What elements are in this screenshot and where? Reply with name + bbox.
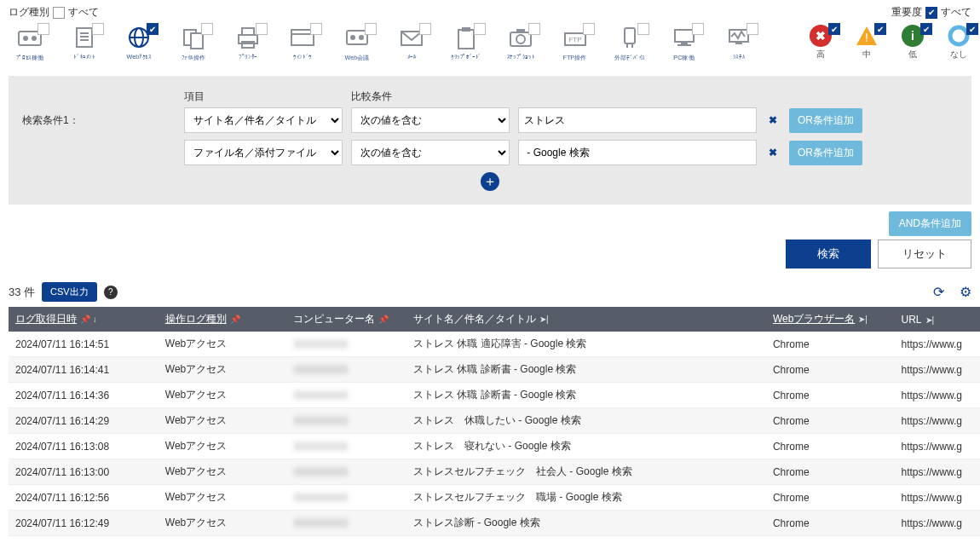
pin-sort-icon[interactable]: 📌 ↓ [80,315,97,324]
cell-url: https://www.g [895,485,980,511]
table-row[interactable]: 2024/07/11 16:14:29WebアクセスXXXXXXXXストレス 休… [9,408,980,434]
cell-type: Webアクセス [159,459,287,485]
severity-filter: 重要度 ✔ すべて ✔✖高✔!中✔i低✔なし [799,5,971,62]
search-button[interactable]: 検索 [786,240,871,268]
cell-ts: 2024/07/11 16:12:56 [9,485,159,511]
results-table: ログ取得日時📌 ↓操作ログ種別📌コンピューター名📌サイト名／件名／タイトル➤|W… [9,307,980,536]
category-fileop[interactable]: ﾌｧｲﾙ操作 [172,25,215,62]
search-row-1: 検索条件1： サイト名／件名／タイトル 次の値を含む ✖ OR条件追加 [22,107,958,133]
col-type[interactable]: 操作ログ種別📌 [159,307,287,332]
remove-row-icon[interactable]: ✖ [765,147,781,159]
cell-browser: Chrome [766,357,895,383]
category-web-checkbox[interactable]: ✔ [147,23,159,35]
compare-select[interactable]: 次の値を含む [351,107,510,133]
severity-none-checkbox[interactable]: ✔ [966,23,978,35]
field-select[interactable]: ファイル名／添付ファイル [184,140,343,165]
category-printer-checkbox[interactable] [256,23,268,35]
severity-mid[interactable]: ✔!中 [854,25,879,61]
category-web-label: Webｱｸｾｽ [126,53,151,60]
category-system-checkbox[interactable] [747,23,758,35]
reset-button[interactable]: リセット [878,240,971,268]
col-browser[interactable]: Webブラウザー名➤| [766,307,895,332]
cell-browser: Chrome [766,408,895,434]
svg-rect-13 [242,28,254,35]
cell-type: Webアクセス [159,485,287,511]
severity-mid-checkbox[interactable]: ✔ [874,23,886,35]
category-system[interactable]: ｼｽﾃﾑ [718,25,760,62]
category-pc-checkbox[interactable] [692,23,704,35]
table-row[interactable]: 2024/07/11 16:14:51WebアクセスXXXXXXXXストレス 休… [9,332,980,357]
severity-none[interactable]: ✔なし [946,25,971,61]
value-input[interactable] [518,107,757,133]
category-document[interactable]: ﾄﾞｷｭﾒﾝﾄ [63,25,106,62]
add-row-button[interactable]: ＋ [481,172,499,191]
category-snapshot[interactable]: ｽﾅｯﾌﾟｼｮｯﾄ [499,25,542,62]
category-pc[interactable]: PC稼働 [663,25,706,62]
category-mail-checkbox[interactable] [419,23,431,35]
svg-rect-25 [516,29,525,32]
log-type-filter: ログ種別 すべて ﾌﾟﾛｾｽ稼働 ﾄﾞｷｭﾒﾝﾄ✔ Webｱｸｾｽ ﾌｧｲﾙ操作… [9,5,760,62]
category-ftp[interactable]: FTP FTP操作 [554,25,597,62]
csv-export-button[interactable]: CSV出力 [42,282,97,302]
category-mail[interactable]: ﾒｰﾙ [390,25,433,62]
table-row[interactable]: 2024/07/11 16:14:41WebアクセスXXXXXXXXストレス 休… [9,357,980,383]
gear-icon[interactable]: ⚙ [960,284,971,300]
cell-title: ストレス 寝れない - Google 検索 [406,434,766,459]
severity-none-label: なし [950,49,967,61]
remove-row-icon[interactable]: ✖ [765,114,781,126]
col-url[interactable]: URL➤| [895,307,980,332]
category-document-checkbox[interactable] [92,23,104,35]
table-row[interactable]: 2024/07/11 16:14:36WebアクセスXXXXXXXXストレス 休… [9,383,980,408]
push-icon[interactable]: ➤| [539,315,549,324]
severity-high[interactable]: ✔✖高 [808,25,833,61]
category-fileop-checkbox[interactable] [201,23,213,35]
category-snapshot-checkbox[interactable] [528,23,540,35]
category-process[interactable]: ﾌﾟﾛｾｽ稼働 [9,25,51,62]
category-webmtg-checkbox[interactable] [365,23,377,35]
search-panel: 項目 比較条件 検索条件1： サイト名／件名／タイトル 次の値を含む ✖ OR条… [9,76,971,205]
help-icon[interactable]: ? [104,286,118,299]
pin-icon[interactable]: 📌 [230,315,240,324]
field-select[interactable]: サイト名／件名／タイトル [184,107,343,133]
category-clipboard[interactable]: ｸﾘｯﾌﾟﾎﾞｰﾄﾞ [445,25,487,62]
table-row[interactable]: 2024/07/11 16:12:49WebアクセスXXXXXXXXストレス診断… [9,511,980,536]
table-row[interactable]: 2024/07/11 16:13:00WebアクセスXXXXXXXXストレスセル… [9,459,980,485]
col-title[interactable]: サイト名／件名／タイトル➤| [406,307,766,332]
push-icon[interactable]: ➤| [858,315,868,324]
category-clipboard-label: ｸﾘｯﾌﾟﾎﾞｰﾄﾞ [451,53,481,60]
and-condition-button[interactable]: AND条件追加 [889,211,971,236]
category-ftp-checkbox[interactable] [583,23,595,35]
cell-browser: Chrome [766,383,895,408]
cell-computer: XXXXXXXX [286,511,406,536]
value-input[interactable] [518,140,757,165]
category-web[interactable]: ✔ Webｱｸｾｽ [118,25,160,62]
category-printer[interactable]: ﾌﾟﾘﾝﾀｰ [227,25,269,62]
severity-high-checkbox[interactable]: ✔ [828,23,840,35]
cell-url: https://www.g [895,459,980,485]
compare-select[interactable]: 次の値を含む [351,140,510,165]
severity-low[interactable]: ✔i低 [900,25,925,61]
or-condition-button[interactable]: OR条件追加 [789,141,862,165]
category-process-checkbox[interactable] [37,23,49,35]
cell-ts: 2024/07/11 16:12:49 [9,511,159,536]
category-extdev-checkbox[interactable] [637,23,649,35]
category-clipboard-checkbox[interactable] [474,23,486,35]
log-type-all-checkbox[interactable] [53,7,65,19]
category-window-checkbox[interactable] [310,23,322,35]
table-row[interactable]: 2024/07/11 16:13:08WebアクセスXXXXXXXXストレス 寝… [9,434,980,459]
table-row[interactable]: 2024/07/11 16:12:56WebアクセスXXXXXXXXストレスセル… [9,485,980,511]
col-ts[interactable]: ログ取得日時📌 ↓ [9,307,159,332]
severity-all-checkbox[interactable]: ✔ [925,7,937,19]
or-condition-button[interactable]: OR条件追加 [789,108,862,133]
push-icon[interactable]: ➤| [925,315,935,325]
svg-rect-11 [191,33,203,49]
severity-low-checkbox[interactable]: ✔ [920,23,932,35]
col-computer[interactable]: コンピューター名📌 [286,307,406,332]
cell-ts: 2024/07/11 16:14:36 [9,383,159,408]
cell-type: Webアクセス [159,357,287,383]
category-extdev[interactable]: 外部ﾃﾞﾊﾞｲｽ [608,25,651,62]
pin-icon[interactable]: 📌 [378,315,389,324]
category-webmtg[interactable]: Web会議 [336,25,378,62]
refresh-icon[interactable]: ⟳ [933,284,944,300]
category-window[interactable]: ｳｨﾝﾄﾞｳ [281,25,324,62]
